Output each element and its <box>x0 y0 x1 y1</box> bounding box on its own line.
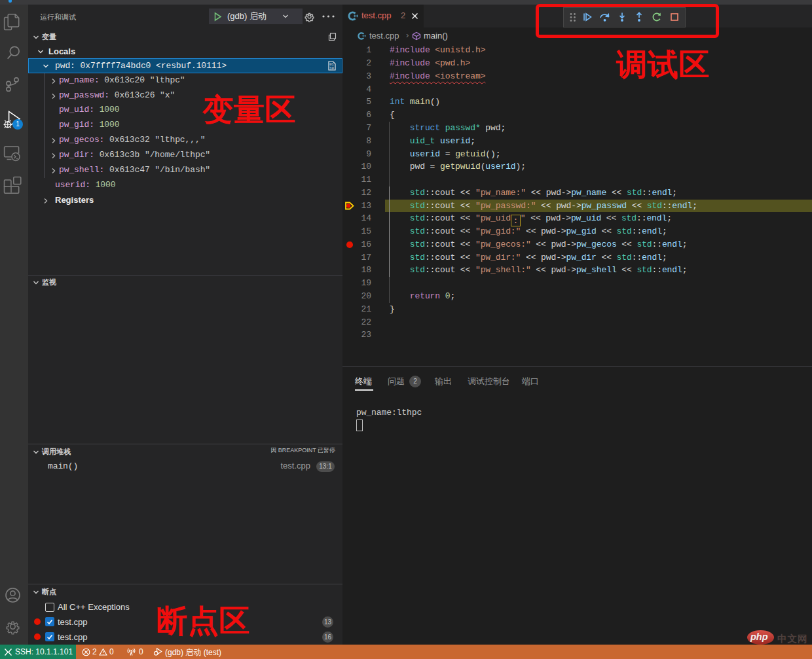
svg-text:10: 10 <box>329 66 334 71</box>
